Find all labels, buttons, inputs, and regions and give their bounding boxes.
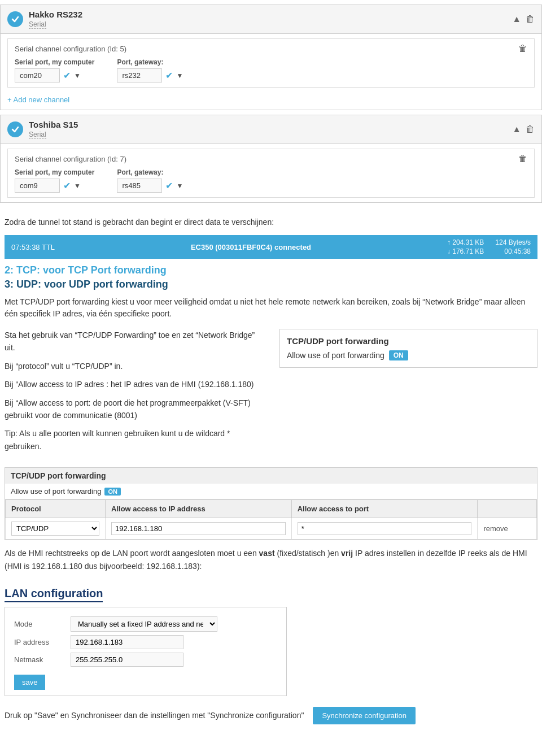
- sync-button[interactable]: Synchronize configuration: [313, 707, 416, 724]
- device2-gateway-dropdown-icon[interactable]: ▼: [176, 182, 183, 190]
- pf-on-badge[interactable]: ON: [389, 350, 408, 360]
- ip-input[interactable]: [111, 522, 286, 535]
- device2-title-block: Toshiba S15 Serial: [29, 120, 512, 139]
- device1-name: Hakko RS232: [29, 10, 512, 19]
- device2-channel-card: Serial channel configuration (Id: 7) 🗑 S…: [7, 149, 535, 198]
- device2-channel-title: Serial channel configuration (Id: 7): [15, 155, 126, 163]
- status-speed: 124 Bytes/s: [495, 238, 531, 246]
- lan-netmask-input[interactable]: [71, 653, 183, 667]
- col-ip: Allow access to IP address: [106, 500, 292, 518]
- status-upload: ↑ 204.31 KB: [447, 238, 484, 246]
- pf-table: Protocol Allow access to IP address Allo…: [5, 499, 537, 540]
- device1-gateway-value: rs232: [117, 68, 162, 82]
- bottom-row: Druk op "Save" en Synchroniseer dan de i…: [5, 703, 537, 728]
- device1-header: Hakko RS232 Serial ▲ 🗑: [1, 5, 541, 34]
- status-connected: EC350 (003011FBF0C4) connected: [191, 243, 311, 251]
- device2-gateway-value: rs485: [117, 179, 162, 193]
- device1-gateway-label: Port, gateway:: [117, 58, 183, 66]
- lan-netmask-label: Netmask: [14, 655, 65, 664]
- table-row: TCP/UDP remove: [6, 518, 537, 540]
- device2-port-dropdown-icon[interactable]: ▼: [74, 182, 81, 190]
- col-protocol: Protocol: [6, 500, 106, 518]
- pf-box-title: TCP/UDP port forwarding: [287, 336, 530, 346]
- device1-actions: ▲ 🗑: [512, 14, 535, 24]
- cell-remove: remove: [478, 518, 537, 540]
- left-text5: Tip: Als u alle poorten wilt kunnen gebr…: [5, 427, 263, 453]
- device1-port-group: Serial port, my computer com20 ✔ ▼: [15, 58, 94, 82]
- right-column: TCP/UDP port forwarding Allow use of por…: [279, 329, 537, 458]
- device1-channel-fields: Serial port, my computer com20 ✔ ▼ Port,…: [15, 58, 527, 82]
- lan-ip-row: IP address: [14, 635, 277, 649]
- pf-table-head: Protocol Allow access to IP address Allo…: [6, 500, 537, 518]
- device2-delete-button[interactable]: 🗑: [526, 124, 535, 134]
- device2-type: Serial: [29, 131, 46, 139]
- device2-card: Toshiba S15 Serial ▲ 🗑 Serial channel co…: [0, 115, 542, 203]
- device2-channel-header: Serial channel configuration (Id: 7) 🗑: [15, 154, 527, 164]
- lan-mode-label: Mode: [14, 620, 65, 628]
- device1-channel-header: Serial channel configuration (Id: 5) 🗑: [15, 44, 527, 54]
- pf-table-section: TCP/UDP port forwarding Allow use of por…: [5, 467, 537, 540]
- two-col-layout: Sta het gebruik van “TCP/UDP Forwarding”…: [5, 329, 537, 458]
- device1-add-channel[interactable]: + Add new channel: [1, 92, 76, 110]
- device1-port-row: com20 ✔ ▼: [15, 68, 94, 82]
- device1-port-dropdown-icon[interactable]: ▼: [74, 72, 81, 80]
- device2-channel-fields: Serial port, my computer com9 ✔ ▼ Port, …: [15, 168, 527, 193]
- lan-mode-select[interactable]: Manually set a fixed IP address and netm…: [71, 616, 217, 632]
- device1-title-block: Hakko RS232 Serial: [29, 10, 512, 29]
- device1-port-label: Serial port, my computer: [15, 58, 94, 66]
- port-input[interactable]: [298, 522, 472, 535]
- status-right: ↑ 204.31 KB ↓ 176.71 KB 124 Bytes/s 00:4…: [447, 238, 531, 255]
- device1-channel-card: Serial channel configuration (Id: 5) 🗑 S…: [7, 38, 535, 88]
- protocol-select[interactable]: TCP/UDP: [11, 522, 99, 536]
- col-port: Allow access to port: [291, 500, 478, 518]
- description-text: Met TCP/UDP port forwarding kiest u voor…: [5, 296, 537, 320]
- cell-protocol: TCP/UDP: [6, 518, 106, 540]
- pf-preview-box: TCP/UDP port forwarding Allow use of por…: [279, 329, 537, 368]
- device2-port-check-icon: ✔: [63, 180, 71, 191]
- pf-allow-row: Allow use of port forwarding ON: [287, 350, 530, 360]
- device1-type: Serial: [29, 20, 46, 29]
- device2-port-value: com9: [15, 179, 60, 193]
- left-text3: Bij “Allow access to IP adres : het IP a…: [5, 378, 263, 390]
- device1-port-check-icon: ✔: [63, 70, 71, 81]
- device2-name: Toshiba S15: [29, 120, 512, 129]
- status-download: ↓ 176.71 KB: [447, 247, 484, 255]
- device2-actions: ▲ 🗑: [512, 124, 535, 134]
- left-text2: Bij “protocol” vult u “TCP/UDP” in.: [5, 360, 263, 372]
- device1-delete-button[interactable]: 🗑: [526, 14, 535, 24]
- pf-allow-small-row: Allow use of port forwarding ON: [5, 484, 537, 499]
- device1-channel-delete[interactable]: 🗑: [518, 44, 527, 54]
- col-action: [478, 500, 537, 518]
- device2-port-row: com9 ✔ ▼: [15, 179, 94, 193]
- lan-ip-input[interactable]: [71, 635, 183, 649]
- pf-table-header-title: TCP/UDP port forwarding: [11, 471, 106, 480]
- device1-up-button[interactable]: ▲: [512, 14, 521, 24]
- lan-netmask-row: Netmask: [14, 653, 277, 667]
- pf-table-header-bar: TCP/UDP port forwarding: [5, 468, 537, 484]
- device1-gateway-dropdown-icon[interactable]: ▼: [176, 72, 183, 80]
- left-text1: Sta het gebruik van “TCP/UDP Forwarding”…: [5, 329, 263, 354]
- device1-gateway-group: Port, gateway: rs232 ✔ ▼: [117, 58, 183, 82]
- status-duration: 00:45:38: [504, 247, 531, 255]
- device1-gateway-row: rs232 ✔ ▼: [117, 68, 183, 82]
- device1-card: Hakko RS232 Serial ▲ 🗑 Serial channel co…: [0, 5, 542, 110]
- device2-check-icon: [7, 121, 23, 137]
- device2-port-label: Serial port, my computer: [15, 168, 94, 176]
- status-traffic: ↑ 204.31 KB ↓ 176.71 KB: [447, 238, 484, 255]
- left-column: Sta het gebruik van “TCP/UDP Forwarding”…: [5, 329, 263, 458]
- intro-text: Zodra de tunnel tot stand is gebracht da…: [5, 216, 537, 228]
- remove-link[interactable]: remove: [483, 524, 508, 533]
- status-bar: 07:53:38 TTL EC350 (003011FBF0C4) connec…: [5, 235, 537, 259]
- cell-ip: [106, 518, 292, 540]
- status-speed-time: 124 Bytes/s 00:45:38: [495, 238, 531, 255]
- device2-gateway-group: Port, gateway: rs485 ✔ ▼: [117, 168, 183, 193]
- cell-port: [291, 518, 478, 540]
- lan-mode-row: Mode Manually set a fixed IP address and…: [14, 616, 277, 632]
- device2-gateway-row: rs485 ✔ ▼: [117, 179, 183, 193]
- device2-channel-delete[interactable]: 🗑: [518, 154, 527, 164]
- device2-up-button[interactable]: ▲: [512, 124, 521, 134]
- pf-on-badge-small[interactable]: ON: [104, 488, 121, 496]
- save-button[interactable]: save: [14, 675, 45, 690]
- status-left: 07:53:38 TTL: [11, 243, 55, 251]
- section2-heading: 2: TCP: voor TCP Port forwarding: [5, 264, 537, 276]
